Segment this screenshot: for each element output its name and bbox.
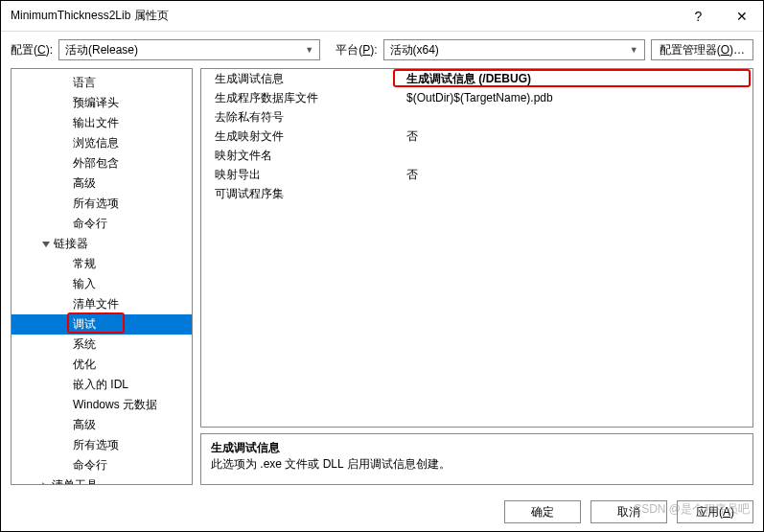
tree-item[interactable]: 命令行	[12, 214, 192, 234]
property-name: 可调试程序集	[201, 186, 393, 202]
property-name: 映射导出	[201, 167, 393, 183]
property-row[interactable]: 可调试程序集	[201, 184, 752, 203]
property-row[interactable]: 去除私有符号	[201, 107, 752, 127]
property-row[interactable]: 映射文件名	[201, 146, 752, 165]
chevron-down-icon: ▼	[305, 45, 313, 55]
tree-item-label: 常规	[73, 256, 96, 272]
tree-item[interactable]: 清单工具	[12, 475, 192, 485]
tree-item-label: Windows 元数据	[73, 397, 157, 413]
tree-item-label: 所有选项	[73, 196, 119, 212]
platform-combo-value: 活动(x64)	[390, 42, 439, 58]
dialog: MinimumThickness2Lib 属性页 ? ✕ 配置(C): 活动(R…	[0, 0, 764, 532]
tree-item-label: 浏览信息	[73, 135, 119, 151]
tree-item[interactable]: 常规	[12, 254, 192, 274]
tree-item[interactable]: 预编译头	[12, 93, 192, 113]
description-box: 生成调试信息 此选项为 .exe 文件或 DLL 启用调试信息创建。	[200, 433, 753, 485]
body: 语言预编译头输出文件浏览信息外部包含高级所有选项命令行链接器常规输入清单文件调试…	[1, 68, 763, 493]
tree-item[interactable]: 高级	[12, 173, 192, 194]
property-value[interactable]: 生成调试信息 (/DEBUG)	[393, 71, 752, 87]
property-name: 去除私有符号	[201, 109, 393, 126]
tree-item[interactable]: 输出文件	[12, 113, 192, 133]
tree-item-label: 嵌入的 IDL	[73, 377, 128, 393]
tree-item-label: 命令行	[73, 216, 107, 232]
tree-item[interactable]: 所有选项	[12, 435, 192, 455]
tree-item[interactable]: 外部包含	[12, 153, 192, 173]
property-name: 生成映射文件	[201, 128, 393, 145]
config-combo-value: 活动(Release)	[65, 42, 138, 58]
property-name: 生成调试信息	[201, 71, 393, 87]
property-row[interactable]: 映射导出否	[201, 165, 752, 184]
config-combo[interactable]: 活动(Release) ▼	[58, 39, 320, 60]
tree-item[interactable]: 嵌入的 IDL	[12, 375, 192, 395]
right-pane: 生成调试信息生成调试信息 (/DEBUG)生成程序数据库文件$(OutDir)$…	[200, 68, 753, 485]
platform-combo[interactable]: 活动(x64) ▼	[383, 39, 645, 60]
tree-item-label: 链接器	[54, 236, 88, 252]
close-button[interactable]: ✕	[720, 1, 763, 32]
property-row[interactable]: 生成映射文件否	[201, 127, 752, 146]
tree-item-label: 预编译头	[73, 95, 119, 111]
description-text: 此选项为 .exe 文件或 DLL 启用调试信息创建。	[211, 456, 743, 473]
tree-item[interactable]: 清单文件	[12, 294, 192, 314]
window-title: MinimumThickness2Lib 属性页	[11, 8, 677, 24]
property-row[interactable]: 生成调试信息生成调试信息 (/DEBUG)	[201, 69, 752, 88]
tree-item-label: 所有选项	[73, 437, 119, 453]
property-name: 映射文件名	[201, 148, 393, 164]
tree-item-label: 高级	[73, 417, 96, 433]
tree-item-label: 外部包含	[73, 155, 119, 172]
description-title: 生成调试信息	[211, 440, 743, 456]
tree-view[interactable]: 语言预编译头输出文件浏览信息外部包含高级所有选项命令行链接器常规输入清单文件调试…	[11, 68, 193, 485]
tree-item-label: 高级	[73, 175, 96, 192]
ok-button[interactable]: 确定	[504, 500, 581, 523]
tree-item-label: 优化	[73, 357, 96, 373]
config-manager-button[interactable]: 配置管理器(O)…	[651, 39, 753, 60]
tree-item-label: 语言	[73, 75, 96, 91]
tree-expand-icon	[42, 242, 50, 247]
tree-item-label: 清单文件	[73, 296, 119, 312]
property-grid[interactable]: 生成调试信息生成调试信息 (/DEBUG)生成程序数据库文件$(OutDir)$…	[200, 68, 753, 428]
chevron-down-icon: ▼	[630, 45, 638, 55]
tree-item[interactable]: 调试	[12, 314, 192, 335]
property-value[interactable]: $(OutDir)$(TargetName).pdb	[393, 91, 752, 104]
property-value[interactable]: 否	[393, 128, 752, 145]
tree-item-label: 清单工具	[52, 477, 98, 485]
tree-item-label: 输出文件	[73, 115, 119, 131]
tree-item-label: 系统	[73, 336, 96, 353]
tree-item[interactable]: 链接器	[12, 234, 192, 254]
config-row: 配置(C): 活动(Release) ▼ 平台(P): 活动(x64) ▼ 配置…	[1, 32, 763, 68]
tree-item[interactable]: 命令行	[12, 455, 192, 475]
platform-label: 平台(P):	[336, 42, 377, 58]
tree-item[interactable]: 输入	[12, 274, 192, 294]
config-label: 配置(C):	[11, 42, 53, 58]
property-value[interactable]: 否	[393, 167, 752, 183]
titlebar: MinimumThickness2Lib 属性页 ? ✕	[1, 1, 763, 32]
tree-item-label: 命令行	[73, 457, 107, 474]
tree-item[interactable]: 高级	[12, 415, 192, 435]
tree-item[interactable]: 所有选项	[12, 194, 192, 214]
tree-item[interactable]: Windows 元数据	[12, 395, 192, 415]
tree-item-label: 输入	[73, 276, 96, 292]
tree-expand-icon	[42, 482, 48, 486]
help-button[interactable]: ?	[677, 1, 720, 32]
tree-item[interactable]: 浏览信息	[12, 133, 192, 153]
tree-item[interactable]: 语言	[12, 73, 192, 93]
tree-item[interactable]: 系统	[12, 335, 192, 355]
property-name: 生成程序数据库文件	[201, 90, 393, 106]
property-row[interactable]: 生成程序数据库文件$(OutDir)$(TargetName).pdb	[201, 88, 752, 107]
tree-item-label: 调试	[73, 316, 96, 333]
tree-item[interactable]: 优化	[12, 355, 192, 375]
watermark: CSDN @是个程序员吧	[633, 501, 750, 518]
